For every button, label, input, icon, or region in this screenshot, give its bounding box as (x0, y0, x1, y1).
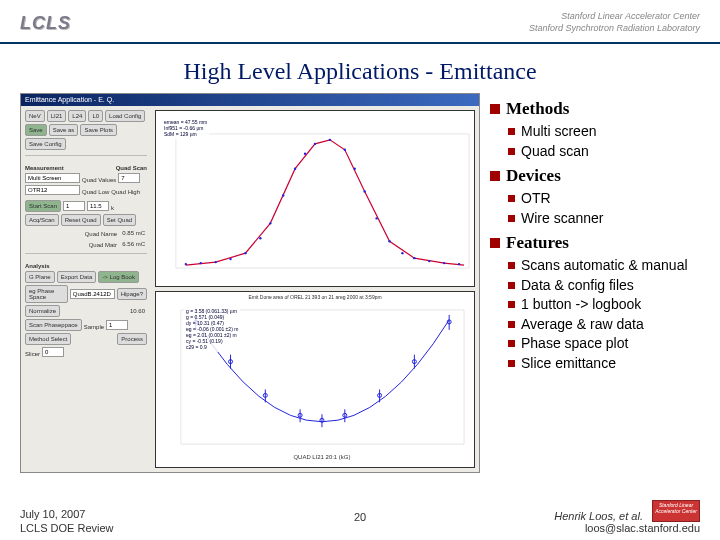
plot-gaussian: emean = 47.55 mm Inf951 = -0.66 µm SdM =… (155, 110, 475, 287)
xlabel: QUAD LI21 20:1 (kG) (293, 454, 350, 460)
app-left-panel: NeV LI21 L24 L0 Load Config Save Save as… (21, 106, 151, 472)
quad-low-label: Quad Low (82, 189, 109, 195)
org-line1: Stanford Linear Accelerator Center (529, 11, 700, 23)
list-item: Slice emittance (508, 355, 700, 373)
svg-point-14 (314, 143, 316, 145)
footer-review: LCLS DOE Review (20, 522, 340, 534)
list-item: Average & raw data (508, 316, 700, 334)
saveas-button[interactable]: Save as (49, 124, 79, 136)
tab-nev[interactable]: NeV (25, 110, 45, 122)
plot-parabola: Emit Done area of OREL 21 393 on 21 areg… (155, 291, 475, 468)
outline: Methods Multi screen Quad scan Devices O… (490, 93, 700, 473)
plot-top-legend: emean = 47.55 mm Inf951 = -0.66 µm SdM =… (162, 117, 209, 139)
slicer-label: Slicer (25, 351, 40, 357)
phase-space-button[interactable]: eg Phase Space (25, 285, 68, 303)
quad-matr-label: Quad Matr (89, 242, 117, 248)
g-plane-button[interactable]: G Plane (25, 271, 55, 283)
quad-matr-value: 6.56 mC (119, 240, 147, 248)
sample-label: Sample (84, 324, 104, 330)
features-list: Scans automatic & manual Data & config f… (490, 257, 700, 372)
quad-b-select[interactable]: QuadB.2412D (70, 289, 115, 299)
list-item: Scans automatic & manual (508, 257, 700, 275)
start-scan-button[interactable]: Start Scan (25, 200, 61, 212)
sample-input[interactable]: 1 (106, 320, 128, 330)
energy-tabs: NeV LI21 L24 L0 Load Config (25, 110, 147, 122)
save-plots-button[interactable]: Save Plots (80, 124, 117, 136)
footer-left: July 10, 2007 LCLS DOE Review (20, 508, 340, 534)
slac-logo-icon: Stanford Linear Accelerator Center (652, 500, 700, 522)
app-titlebar: Emittance Application - E. Q. (21, 94, 479, 106)
k-input[interactable]: 11.5 (87, 201, 109, 211)
quad-name-label: Quad Name (85, 231, 117, 237)
svg-point-18 (363, 190, 365, 192)
method-select-button[interactable]: Method Select (25, 333, 71, 345)
quad-scan-label: Quad Scan (116, 165, 147, 171)
plot-stack: emean = 47.55 mm Inf951 = -0.66 µm SdM =… (151, 106, 479, 472)
svg-point-16 (344, 149, 346, 151)
set-quad-button[interactable]: Set Quad (103, 214, 136, 226)
svg-point-13 (304, 153, 306, 155)
slicer-input[interactable]: 0 (42, 347, 64, 357)
save-config-button[interactable]: Save Config (25, 138, 66, 150)
svg-point-24 (443, 262, 445, 264)
logbook-button[interactable]: -> Log Book (98, 271, 139, 283)
footer-email: loos@slac.stanford.edu (380, 522, 700, 534)
tab-l24[interactable]: L24 (68, 110, 86, 122)
lcls-logo: LCLS (20, 13, 71, 34)
quad-values-input[interactable]: 7 (118, 173, 140, 183)
plot-bot-legend: g = 3.58 (0.061.33) µm g = 0.571 (0.049)… (184, 306, 240, 352)
svg-point-19 (375, 217, 377, 219)
legend-line: SdM = 129 µm (164, 131, 207, 137)
export-data-button[interactable]: Export Data (57, 271, 97, 283)
svg-point-25 (458, 263, 460, 265)
save-button[interactable]: Save (25, 124, 47, 136)
svg-point-9 (259, 237, 261, 239)
list-item: Wire scanner (508, 210, 700, 228)
hipage-button[interactable]: Hipage? (117, 288, 147, 300)
slide-title: High Level Applications - Emittance (0, 58, 720, 85)
svg-point-11 (282, 194, 284, 196)
features-heading: Features (490, 233, 700, 253)
acq-input[interactable]: 1 (63, 201, 85, 211)
app-window: Emittance Application - E. Q. NeV LI21 L… (20, 93, 480, 473)
tab-li21[interactable]: LI21 (47, 110, 67, 122)
header: LCLS Stanford Linear Accelerator Center … (0, 0, 720, 44)
scan-phasespace-button[interactable]: Scan Phaseppace (25, 319, 82, 331)
svg-point-12 (294, 167, 296, 169)
slo-so-value: 10.60 (119, 307, 147, 315)
quad-values-label: Quad Values (82, 177, 116, 183)
quad-name-value: 0.85 mC (119, 229, 147, 237)
list-item: Data & config files (508, 277, 700, 295)
footer-date: July 10, 2007 (20, 508, 340, 520)
normalize-button[interactable]: Normalize (25, 305, 60, 317)
svg-point-6 (214, 261, 216, 263)
svg-point-21 (401, 252, 403, 254)
devices-list: OTR Wire scanner (490, 190, 700, 227)
footer: July 10, 2007 LCLS DOE Review 20 Henrik … (0, 500, 720, 534)
footer-right: Henrik Loos, et al. Stanford Linear Acce… (380, 500, 700, 534)
device-select[interactable]: OTR12 (25, 185, 80, 195)
svg-point-17 (354, 167, 356, 169)
method-select[interactable]: Multi Screen (25, 173, 80, 183)
svg-point-4 (185, 263, 187, 265)
process-button[interactable]: Process (117, 333, 147, 345)
k-label: k (111, 205, 114, 211)
header-org: Stanford Linear Accelerator Center Stanf… (529, 11, 700, 34)
reset-quad-button[interactable]: Reset Quad (61, 214, 101, 226)
tab-l0[interactable]: L0 (88, 110, 103, 122)
methods-list: Multi screen Quad scan (490, 123, 700, 160)
legend-line: c29 = 0.9 (186, 344, 238, 350)
save-row: Save Save as Save Plots Save Config (25, 124, 147, 150)
svg-point-23 (428, 260, 430, 262)
analysis-label: Analysis (25, 263, 147, 269)
acq-scan-button[interactable]: Acq/Scan (25, 214, 59, 226)
svg-point-5 (200, 262, 202, 264)
measurement-label: Measurement (25, 165, 64, 171)
plot-bot-title: Emit Done area of OREL 21 393 on 21 areg… (156, 294, 474, 300)
methods-heading: Methods (490, 99, 700, 119)
svg-point-7 (229, 258, 231, 260)
list-item: Phase space plot (508, 335, 700, 353)
load-config-button[interactable]: Load Config (105, 110, 145, 122)
svg-point-22 (413, 257, 415, 259)
list-item: OTR (508, 190, 700, 208)
